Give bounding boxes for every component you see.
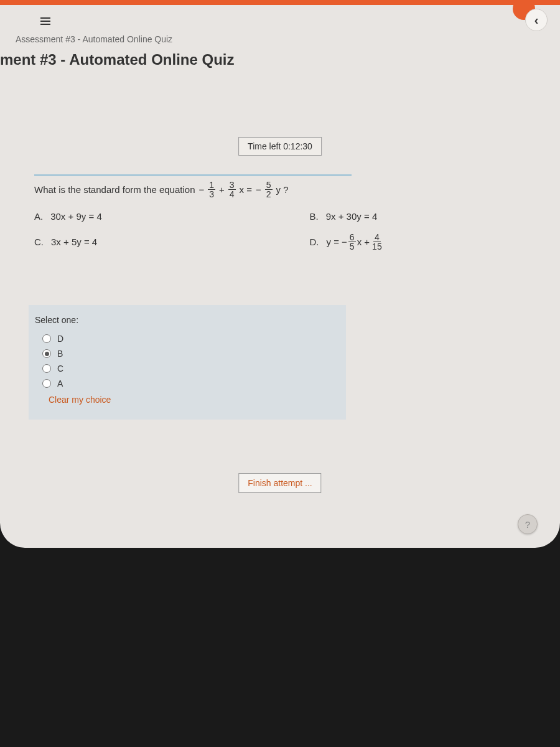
answer-d-content: y = − 6 5 x + 4 15 xyxy=(327,233,383,251)
radio-icon xyxy=(42,349,51,358)
radio-label: D xyxy=(57,334,63,344)
timer: Time left 0:12:30 xyxy=(238,137,322,156)
select-title: Select one: xyxy=(35,315,340,325)
question-prompt: What is the standard form the equation xyxy=(34,184,195,195)
radio-icon xyxy=(42,364,51,373)
d-fraction-1: 6 5 xyxy=(348,233,356,251)
eq-tail: y ? xyxy=(276,184,289,195)
answers-grid: A. 30x + 9y = 4 B. 9x + 30y = 4 C. 3x + … xyxy=(34,211,560,251)
fraction-1: 1 3 xyxy=(208,181,215,199)
radio-option-b[interactable]: B xyxy=(35,346,340,361)
radio-option-d[interactable]: D xyxy=(35,331,340,346)
fraction-2: 3 4 xyxy=(228,181,236,199)
divider xyxy=(34,174,352,176)
eq-minus: − xyxy=(198,184,204,195)
breadcrumb[interactable]: Assessment #3 - Automated Online Quiz xyxy=(16,34,172,44)
answer-b: B. 9x + 30y = 4 xyxy=(310,211,561,222)
app-frame: ‹ Assessment #3 - Automated Online Quiz … xyxy=(0,0,560,548)
radio-label: C xyxy=(57,364,63,374)
eq-xeq: x = xyxy=(240,184,252,195)
chevron-left-icon[interactable]: ‹ xyxy=(525,9,548,31)
radio-icon xyxy=(42,379,51,388)
select-one-panel: Select one: D B C A Clear my choice xyxy=(29,305,346,420)
answer-a: A. 30x + 9y = 4 xyxy=(34,211,285,222)
page-title: ment #3 - Automated Online Quiz xyxy=(0,51,234,68)
finish-attempt-button[interactable]: Finish attempt ... xyxy=(238,473,321,493)
answer-c: C. 3x + 5y = 4 xyxy=(34,233,285,251)
radio-label: B xyxy=(57,349,63,359)
radio-label: A xyxy=(57,378,63,388)
radio-option-c[interactable]: C xyxy=(35,361,340,376)
question-card: What is the standard form the equation −… xyxy=(34,181,560,270)
accent-bar xyxy=(0,0,560,5)
eq-plus: + xyxy=(219,184,225,195)
radio-icon xyxy=(42,334,51,343)
radio-option-a[interactable]: A xyxy=(35,376,340,391)
fraction-3: 5 2 xyxy=(265,181,273,199)
eq-neg: − xyxy=(256,184,261,195)
clear-choice-link[interactable]: Clear my choice xyxy=(35,391,340,408)
header-controls: ‹ xyxy=(525,9,548,31)
help-icon[interactable]: ? xyxy=(518,514,538,534)
d-fraction-2: 4 15 xyxy=(371,233,383,251)
menu-icon[interactable] xyxy=(40,17,50,25)
answer-d: D. y = − 6 5 x + 4 15 xyxy=(310,233,561,251)
question-text: What is the standard form the equation −… xyxy=(34,181,560,199)
